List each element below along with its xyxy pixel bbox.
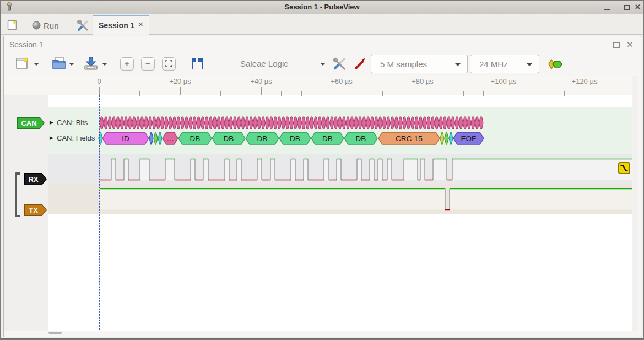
zoom-fit-button[interactable] xyxy=(162,57,176,71)
can-bit-annotation xyxy=(439,117,442,129)
can-bit-annotation xyxy=(330,117,334,129)
pulse-fill xyxy=(165,159,175,180)
can-bit-annotation xyxy=(419,117,423,129)
can-bit-annotation xyxy=(407,117,410,129)
pulseview-window: Session 1 - PulseView ✕ Run Session 1 ✕ … xyxy=(0,0,644,340)
horizontal-scrollbar-thumb[interactable] xyxy=(48,332,62,334)
can-field-label: CRC-15 xyxy=(396,134,423,143)
sample-rate-value: 24 MHz xyxy=(479,60,508,69)
ruler-tick xyxy=(564,91,565,96)
can-bit-annotation xyxy=(318,117,322,129)
can-field-label: DB xyxy=(224,134,234,143)
open-file-icon[interactable] xyxy=(51,56,67,71)
can-bit-annotation xyxy=(160,117,164,129)
can-field-label: EOF xyxy=(461,134,477,143)
can-bit-annotation xyxy=(136,117,140,129)
can-bit-annotation xyxy=(144,117,148,129)
pulse-fill xyxy=(257,159,262,180)
tab-close-icon[interactable]: ✕ xyxy=(138,20,144,29)
trigger-marker-badge[interactable] xyxy=(618,162,630,174)
session-window-title[interactable]: Session 1 xyxy=(9,40,43,49)
can-bit-annotation xyxy=(197,117,201,129)
can-bit-annotation xyxy=(152,117,156,129)
can-bit-annotation xyxy=(394,117,398,129)
channels-config-icon[interactable] xyxy=(332,57,347,71)
can-field-annotation xyxy=(149,132,153,144)
can-bit-annotation xyxy=(116,117,120,129)
run-button[interactable]: Run xyxy=(44,21,59,30)
ruler-tick xyxy=(524,91,524,96)
ruler-tick xyxy=(382,91,383,96)
ruler-tick xyxy=(362,91,362,96)
session-close-icon[interactable]: ✕ xyxy=(626,40,634,50)
minimize-icon[interactable] xyxy=(604,9,610,10)
can-bit-annotation xyxy=(169,117,172,129)
can-bit-annotation xyxy=(241,117,245,129)
can-bit-annotation xyxy=(443,117,447,129)
sample-count-select[interactable]: 5 M samples xyxy=(371,55,468,73)
can-bit-annotation xyxy=(148,117,152,129)
ruler-tick xyxy=(79,91,79,96)
pulse-fill xyxy=(433,159,447,180)
can-bit-annotation xyxy=(120,117,124,129)
can-annotations: ID…DBDBDBDBDBDBCRC-15EOF xyxy=(48,107,632,154)
can-bit-annotation xyxy=(285,117,289,129)
decoder-tag-can[interactable]: CAN xyxy=(17,117,45,129)
window-title: Session 1 - PulseView xyxy=(284,3,359,11)
time-cursor[interactable] xyxy=(99,95,100,330)
pulse-fill xyxy=(124,159,128,180)
ruler-major-label: +40 µs xyxy=(250,77,272,85)
new-session-dropdown-icon[interactable] xyxy=(34,63,39,66)
can-bit-annotation xyxy=(209,117,213,129)
ruler-tick xyxy=(160,91,160,96)
can-bit-annotation xyxy=(338,117,342,129)
can-field-annotation xyxy=(440,132,444,144)
ruler-tick xyxy=(99,87,100,95)
can-bit-annotation xyxy=(382,117,386,129)
can-bit-annotation xyxy=(282,117,285,129)
can-bit-annotation xyxy=(225,117,229,129)
zoom-out-button[interactable]: − xyxy=(141,57,155,71)
settings-tools-icon[interactable] xyxy=(77,19,89,31)
new-view-icon[interactable] xyxy=(7,19,18,31)
tx-waveform[interactable] xyxy=(48,184,632,214)
pulse-fill xyxy=(203,159,208,180)
trigger-markers-icon[interactable] xyxy=(190,58,204,70)
run-icon[interactable] xyxy=(32,21,41,30)
probe-icon[interactable] xyxy=(352,57,366,71)
can-field-label: DB xyxy=(356,134,366,143)
can-bit-annotation xyxy=(475,117,479,129)
ruler-tick xyxy=(605,91,605,96)
can-bit-annotation xyxy=(112,117,116,129)
rx-waveform[interactable] xyxy=(48,154,632,184)
vertical-scroll-gutter[interactable] xyxy=(632,76,638,331)
device-select[interactable]: Saleae Logic xyxy=(235,55,329,73)
new-session-icon[interactable] xyxy=(15,57,29,71)
zoom-in-button[interactable]: + xyxy=(120,57,134,71)
save-file-icon[interactable] xyxy=(83,56,99,71)
rx-tag-label: RX xyxy=(25,174,46,185)
title-bar[interactable]: Session 1 - PulseView ✕ xyxy=(1,1,643,14)
can-bit-annotation xyxy=(104,117,107,129)
sample-rate-select[interactable]: 24 MHz xyxy=(470,55,539,73)
open-file-dropdown-icon[interactable] xyxy=(69,63,74,66)
can-field-label: DB xyxy=(290,134,300,143)
can-bit-annotation xyxy=(402,117,406,129)
maximize-icon[interactable] xyxy=(624,5,630,10)
ruler-tick xyxy=(403,91,403,96)
pulse-fill xyxy=(291,159,295,180)
pulse-fill xyxy=(387,159,392,180)
save-file-dropdown-icon[interactable] xyxy=(102,63,107,66)
can-bit-annotation xyxy=(273,117,277,129)
close-icon[interactable]: ✕ xyxy=(635,3,641,11)
can-field-label: DB xyxy=(190,134,201,143)
pulse-fill xyxy=(111,159,116,180)
restore-icon[interactable] xyxy=(613,42,620,48)
tab-label[interactable]: Session 1 xyxy=(99,21,134,30)
can-bit-annotation xyxy=(201,117,204,129)
device-select-arrow-icon xyxy=(320,63,326,66)
ruler-major-label: +100 µs xyxy=(491,77,517,85)
add-decoder-icon[interactable] xyxy=(548,58,564,70)
channel-group-bracket[interactable] xyxy=(15,172,20,217)
can-bit-annotation xyxy=(181,117,185,129)
